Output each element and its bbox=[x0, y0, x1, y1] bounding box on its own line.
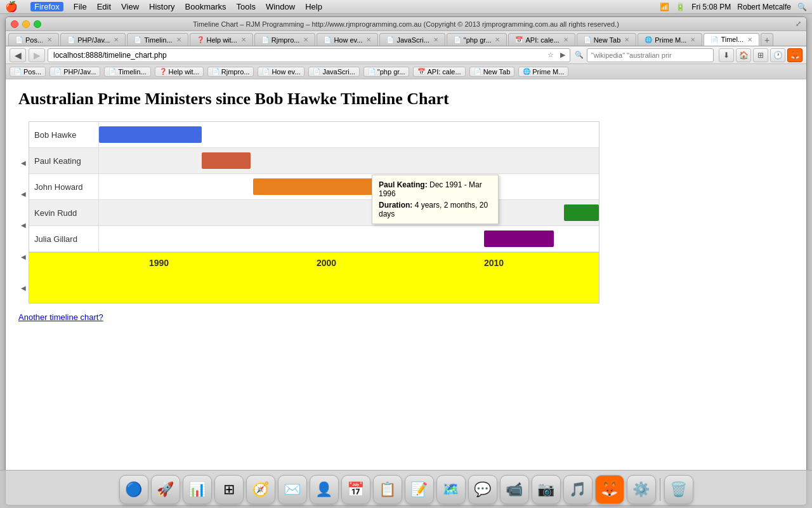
tab-close-6[interactable]: ✕ bbox=[433, 36, 438, 43]
bookmark-howev[interactable]: 📄 How ev... bbox=[258, 67, 304, 77]
dock-messages[interactable]: 💬 bbox=[468, 475, 497, 504]
bar-julia-gillard bbox=[484, 231, 554, 247]
bookmark-star-icon[interactable]: ☆ bbox=[546, 50, 556, 60]
dock-system-prefs[interactable]: ⚙️ bbox=[627, 475, 656, 504]
row-chart-kevin-rudd[interactable] bbox=[99, 200, 599, 226]
menubar-history[interactable]: History bbox=[149, 2, 174, 11]
go-button[interactable]: ▶ bbox=[558, 50, 568, 60]
bookmark-bar: 📄 Pos... 📄 PHP/Jav... 📄 Timelin... ❓ Hel… bbox=[6, 64, 806, 79]
dock-reminders[interactable]: 📋 bbox=[373, 475, 402, 504]
tab-close-8[interactable]: ✕ bbox=[563, 36, 568, 43]
dock-notes[interactable]: 📝 bbox=[405, 475, 434, 504]
bookmark-label-9: New Tab bbox=[483, 68, 511, 76]
bookmark-api[interactable]: 📅 API: cale... bbox=[413, 67, 465, 77]
row-chart-bob-hawke[interactable] bbox=[99, 122, 599, 148]
bookmark-icon-9: 📄 bbox=[474, 68, 481, 75]
bookmark-help[interactable]: ❓ Help wit... bbox=[155, 67, 204, 77]
tab-close-10[interactable]: ✕ bbox=[690, 36, 695, 43]
forward-button[interactable]: ▶ bbox=[29, 48, 45, 62]
tab-close-4[interactable]: ✕ bbox=[303, 36, 308, 43]
new-tab-button[interactable]: + bbox=[761, 33, 773, 46]
dock-finder[interactable]: 🔵 bbox=[119, 475, 148, 504]
dock-photo-booth[interactable]: 📷 bbox=[532, 475, 561, 504]
username: Robert Metcalfe bbox=[737, 3, 791, 11]
sidebar-arrow-0[interactable]: ◀ bbox=[21, 159, 26, 166]
dock-mail[interactable]: ✉️ bbox=[278, 475, 307, 504]
view-options-button[interactable]: ⊞ bbox=[753, 48, 768, 62]
dock-launchpad[interactable]: 🚀 bbox=[151, 475, 180, 504]
tab-close-3[interactable]: ✕ bbox=[241, 36, 246, 43]
bookmark-newtab[interactable]: 📄 New Tab bbox=[469, 67, 515, 77]
tab-6[interactable]: 📄 JavaScri... ✕ bbox=[379, 33, 445, 46]
bookmark-phpgr[interactable]: 📄 "php gr... bbox=[363, 67, 410, 77]
minimize-button[interactable] bbox=[22, 20, 30, 28]
search-icon[interactable]: 🔍 bbox=[797, 3, 807, 11]
resize-button[interactable]: ⤢ bbox=[796, 20, 801, 28]
bookmark-rjm[interactable]: 📄 Rjmpro... bbox=[207, 67, 254, 77]
tab-5[interactable]: 📄 How ev... ✕ bbox=[317, 33, 378, 46]
dock-mission[interactable]: ⊞ bbox=[214, 475, 244, 504]
bookmark-prime[interactable]: 🌐 Prime M... bbox=[518, 67, 568, 77]
tab-7[interactable]: 📄 "php gr... ✕ bbox=[447, 33, 508, 46]
tab-close-2[interactable]: ✕ bbox=[176, 36, 181, 43]
sidebar-arrow-4[interactable]: ◀ bbox=[21, 284, 26, 291]
dock-facetime[interactable]: 📹 bbox=[500, 475, 529, 504]
back-button[interactable]: ◀ bbox=[10, 48, 26, 62]
dock-itunes[interactable]: 🎵 bbox=[563, 475, 593, 504]
fox-button[interactable]: 🦊 bbox=[787, 48, 802, 62]
dock-trash[interactable]: 🗑️ bbox=[664, 475, 693, 504]
tab-1[interactable]: 📄 PHP/Jav... ✕ bbox=[60, 33, 126, 46]
tab-close-1[interactable]: ✕ bbox=[114, 36, 119, 43]
close-button[interactable] bbox=[11, 20, 18, 28]
menubar-edit[interactable]: Edit bbox=[97, 2, 111, 11]
dock-contacts[interactable]: 👤 bbox=[310, 475, 339, 504]
address-input[interactable] bbox=[48, 48, 570, 62]
menubar-tools[interactable]: Tools bbox=[237, 2, 256, 11]
row-chart-paul-keating[interactable]: Paul Keating: Dec 1991 - Mar 1996 Durati… bbox=[99, 148, 599, 174]
bookmark-icon-6: 📄 bbox=[313, 68, 320, 75]
tab-3[interactable]: ❓ Help wit... ✕ bbox=[190, 33, 253, 46]
bookmark-js[interactable]: 📄 JavaScri... bbox=[308, 67, 359, 77]
maximize-button[interactable] bbox=[34, 20, 41, 28]
dock-safari[interactable]: 🧭 bbox=[246, 475, 275, 504]
tab-close-7[interactable]: ✕ bbox=[495, 36, 500, 43]
dock-maps[interactable]: 🗺️ bbox=[436, 475, 466, 504]
menubar-help[interactable]: Help bbox=[305, 2, 322, 11]
bookmark-pos[interactable]: 📄 Pos... bbox=[10, 67, 46, 77]
history-button[interactable]: 🕐 bbox=[770, 48, 785, 62]
bookmark-timeline[interactable]: 📄 Timelin... bbox=[104, 67, 150, 77]
tab-2[interactable]: 📄 Timelin... ✕ bbox=[127, 33, 188, 46]
tab-8[interactable]: 📅 API: cale... ✕ bbox=[508, 33, 575, 46]
tab-9[interactable]: 📄 New Tab ✕ bbox=[577, 33, 637, 46]
dock-firefox[interactable]: 🦊 bbox=[595, 475, 624, 504]
menubar-bookmarks[interactable]: Bookmarks bbox=[185, 2, 226, 11]
tab-label-5: How ev... bbox=[334, 36, 362, 44]
another-chart-link[interactable]: Another timeline chart? bbox=[18, 312, 103, 322]
tab-close-0[interactable]: ✕ bbox=[47, 36, 52, 43]
tab-close-5[interactable]: ✕ bbox=[366, 36, 371, 43]
bookmark-php[interactable]: 📄 PHP/Jav... bbox=[49, 67, 100, 77]
home-button[interactable]: 🏠 bbox=[736, 48, 751, 62]
tab-0[interactable]: 📄 Pos... ✕ bbox=[8, 33, 59, 46]
tab-11[interactable]: 📄 Timel... ✕ bbox=[704, 33, 759, 46]
sidebar-arrow-1[interactable]: ◀ bbox=[21, 190, 26, 197]
tab-close-11[interactable]: ✕ bbox=[747, 36, 752, 43]
tab-10[interactable]: 🌐 Prime M... ✕ bbox=[638, 33, 702, 46]
sidebar-arrow-2[interactable]: ◀ bbox=[21, 222, 26, 229]
menubar-file[interactable]: File bbox=[74, 2, 87, 11]
apple-menu[interactable]: 🍎 bbox=[5, 1, 18, 13]
dock-dashboard[interactable]: 📊 bbox=[183, 475, 212, 504]
row-chart-john-howard[interactable] bbox=[99, 174, 599, 200]
bookmark-icon-8: 📅 bbox=[417, 68, 425, 75]
row-chart-julia-gillard[interactable] bbox=[99, 226, 599, 252]
tab-4[interactable]: 📄 Rjmpro... ✕ bbox=[254, 33, 316, 46]
tab-close-9[interactable]: ✕ bbox=[624, 36, 629, 43]
menubar-firefox[interactable]: Firefox bbox=[30, 2, 63, 11]
download-button[interactable]: ⬇ bbox=[719, 48, 734, 62]
menubar-view[interactable]: View bbox=[121, 2, 139, 11]
tab-label-2: Timelin... bbox=[144, 36, 172, 44]
sidebar-arrow-3[interactable]: ◀ bbox=[21, 253, 26, 260]
menubar-window[interactable]: Window bbox=[266, 2, 295, 11]
dock-calendar[interactable]: 📅 bbox=[341, 475, 370, 504]
search-input[interactable] bbox=[587, 48, 714, 62]
